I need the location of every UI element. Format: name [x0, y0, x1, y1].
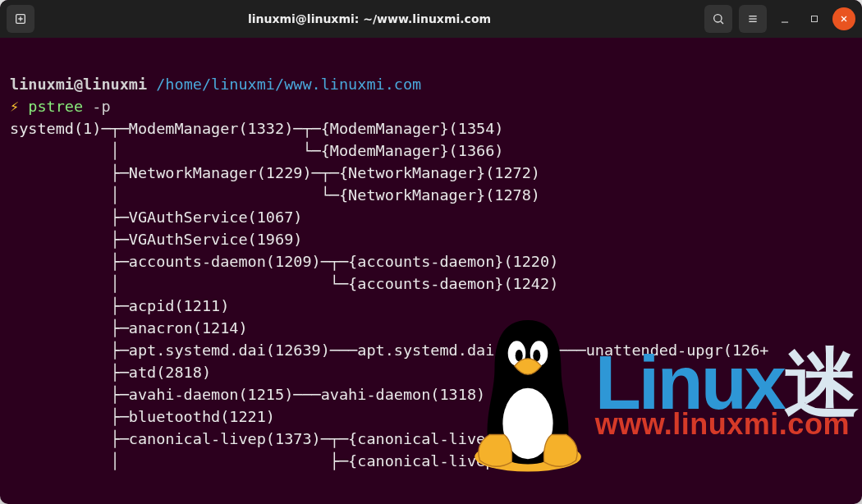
command-arg: -p — [92, 98, 110, 115]
close-button[interactable] — [832, 7, 855, 30]
titlebar: linuxmi@linuxmi: ~/www.linuxmi.com — [0, 0, 862, 38]
watermark-url: www.linuxmi.com — [595, 413, 857, 435]
tree-line: │ └─{NetworkManager}(1278) — [10, 186, 540, 204]
tree-line: ├─VGAuthService(1969) — [10, 231, 302, 248]
svg-line-4 — [721, 21, 723, 24]
svg-rect-9 — [812, 16, 818, 22]
tree-line: ├─apt.systemd.dai(12639)───apt.systemd.d… — [10, 341, 768, 359]
svg-point-3 — [714, 15, 722, 22]
tree-line: ├─atd(2818) — [10, 364, 211, 381]
prompt-symbol: ⚡ — [10, 98, 19, 115]
tree-line: │ └─{ModemManager}(1366) — [10, 142, 503, 159]
tree-line: ├─bluetoothd(1221) — [10, 408, 275, 425]
tree-line: ├─canonical-livep(1373)─┬─{canonical-liv… — [10, 430, 558, 447]
tree-line: │ ├─{canonical-livep}(2760) — [10, 452, 558, 470]
new-tab-button[interactable] — [7, 5, 34, 33]
tree-line: ├─VGAuthService(1067) — [10, 208, 302, 226]
prompt-user-host: linuxmi@linuxmi — [10, 76, 147, 93]
maximize-button[interactable] — [803, 7, 826, 30]
tree-line: │ └─{accounts-daemon}(1242) — [10, 275, 558, 292]
tree-line: ├─acpid(1211) — [10, 297, 229, 314]
tree-line: ├─anacron(1214) — [10, 319, 248, 337]
watermark-text: Linux迷 — [595, 353, 857, 414]
minimize-button[interactable] — [773, 7, 796, 30]
search-button[interactable] — [704, 5, 732, 33]
terminal-window: linuxmi@linuxmi: ~/www.linuxmi.com linux… — [0, 0, 862, 504]
command: pstree — [28, 98, 83, 115]
window-title: linuxmi@linuxmi: ~/www.linuxmi.com — [41, 12, 698, 25]
tree-line: ├─NetworkManager(1229)─┬─{NetworkManager… — [10, 164, 540, 181]
menu-button[interactable] — [739, 5, 767, 33]
prompt-path: /home/linuxmi/www.linuxmi.com — [156, 76, 421, 93]
svg-point-13 — [502, 388, 553, 459]
tree-line: ├─avahi-daemon(1215)───avahi-daemon(1318… — [10, 386, 485, 403]
tree-line: ├─accounts-daemon(1209)─┬─{accounts-daem… — [10, 253, 558, 270]
terminal-body[interactable]: linuxmi@linuxmi /home/linuxmi/www.linuxm… — [0, 38, 862, 504]
tree-line: systemd(1)─┬─ModemManager(1332)─┬─{Modem… — [10, 120, 503, 137]
